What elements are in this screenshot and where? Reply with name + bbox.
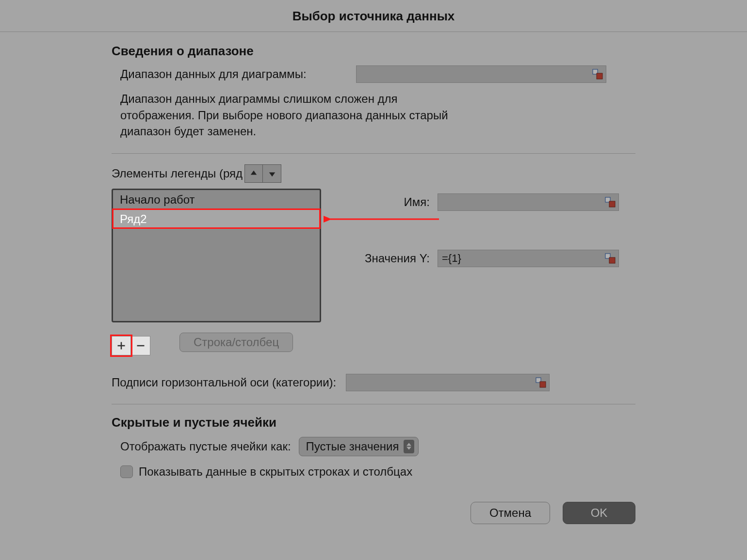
range-heading: Сведения о диапазоне — [112, 44, 635, 59]
range-note: Диапазон данных диаграммы слишком сложен… — [120, 91, 460, 140]
select-data-source-dialog: Выбор источника данных Сведения о диапаз… — [0, 0, 747, 560]
empty-cells-selected: Пустые значения — [306, 440, 399, 453]
series-item-1[interactable]: Ряд2 — [113, 209, 320, 229]
chart-range-label: Диапазон данных для диаграммы: — [120, 67, 348, 81]
move-series-down-button[interactable] — [263, 164, 281, 183]
legend-heading: Элементы легенды (ряд — [112, 167, 243, 180]
svg-rect-5 — [609, 257, 615, 263]
show-hidden-checkbox[interactable] — [120, 465, 133, 478]
series-item-0[interactable]: Начало работ — [113, 190, 320, 209]
dialog-title: Выбор источника данных — [0, 0, 747, 32]
range-picker-icon[interactable] — [592, 69, 603, 80]
divider — [112, 153, 635, 154]
series-y-input[interactable]: ={1} — [438, 250, 619, 267]
series-y-value: ={1} — [442, 252, 461, 265]
series-listbox[interactable]: Начало работ Ряд2 — [112, 189, 321, 322]
series-y-label: Значения Y: — [352, 252, 430, 265]
cancel-button[interactable]: Отмена — [471, 502, 550, 524]
range-picker-icon[interactable] — [605, 197, 616, 208]
range-picker-icon[interactable] — [605, 253, 616, 264]
empty-cells-label: Отображать пустые ячейки как: — [120, 440, 291, 453]
add-series-button[interactable] — [112, 336, 131, 355]
empty-cells-dropdown[interactable]: Пустые значения — [299, 437, 419, 456]
updown-icon — [404, 440, 414, 453]
series-name-input[interactable] — [438, 193, 619, 211]
hidden-empty-heading: Скрытые и пустые ячейки — [112, 415, 635, 430]
divider — [112, 404, 635, 404]
divider — [0, 32, 747, 32]
dialog-footer: Отмена OK — [112, 479, 635, 524]
axis-labels-label: Подписи горизонтальной оси (категории): — [112, 376, 336, 389]
chart-range-input[interactable] — [356, 65, 606, 83]
move-series-up-button[interactable] — [244, 164, 263, 183]
svg-rect-3 — [609, 201, 615, 207]
ok-button[interactable]: OK — [563, 502, 635, 524]
axis-labels-input[interactable] — [346, 374, 550, 391]
svg-rect-8 — [540, 382, 546, 387]
series-name-label: Имя: — [352, 195, 430, 209]
legend-section: Элементы легенды (ряд Начало работ Ряд2 — [112, 164, 635, 391]
svg-rect-1 — [597, 73, 602, 79]
hidden-empty-section: Скрытые и пустые ячейки Отображать пусты… — [112, 415, 635, 479]
range-picker-icon[interactable] — [536, 377, 546, 388]
svg-rect-6 — [137, 345, 144, 347]
show-hidden-label: Показывать данные в скрытых строках и ст… — [139, 465, 412, 479]
range-section: Сведения о диапазоне Диапазон данных для… — [112, 44, 635, 140]
remove-series-button[interactable] — [131, 336, 150, 355]
switch-row-column-button[interactable]: Строка/столбец — [179, 333, 293, 352]
